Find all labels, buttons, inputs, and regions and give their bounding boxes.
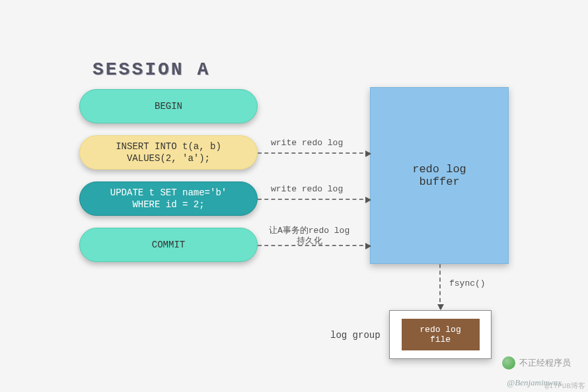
- redo-log-buffer: redo log buffer: [370, 87, 509, 264]
- step-commit: COMMIT: [79, 228, 258, 262]
- arrow-update-to-buffer: [258, 199, 370, 200]
- log-group-box: redo log file: [389, 310, 492, 359]
- step-insert: INSERT INTO t(a, b) VALUES(2, 'a');: [79, 135, 258, 170]
- arrow-label-commit: 让A事务的redo log 持久化: [269, 226, 349, 246]
- log-group-label: log group: [330, 330, 381, 341]
- wechat-icon: [502, 356, 515, 370]
- watermark-text: 不正经程序员: [519, 357, 571, 369]
- arrow-buffer-to-file: [439, 264, 441, 309]
- arrow-insert-to-buffer: [258, 152, 370, 154]
- step-begin: BEGIN: [79, 89, 258, 123]
- arrow-label-fsync: fsync(): [449, 278, 486, 288]
- arrow-label-insert: write redo log: [271, 138, 343, 148]
- arrow-label-update: write redo log: [271, 184, 343, 194]
- watermark: 不正经程序员: [502, 356, 571, 370]
- corner-watermark: @ITPUB博客: [544, 381, 585, 391]
- step-update: UPDATE t SET name='b' WHERE id = 2;: [79, 181, 258, 216]
- session-title: SESSION A: [92, 59, 210, 80]
- redo-log-file: redo log file: [402, 319, 480, 350]
